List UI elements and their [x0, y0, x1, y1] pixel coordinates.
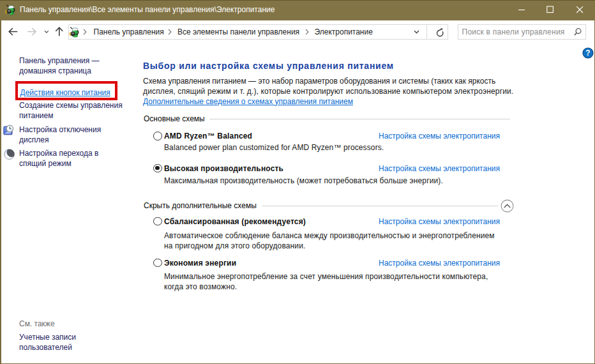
svg-text:?: ? — [585, 49, 590, 57]
